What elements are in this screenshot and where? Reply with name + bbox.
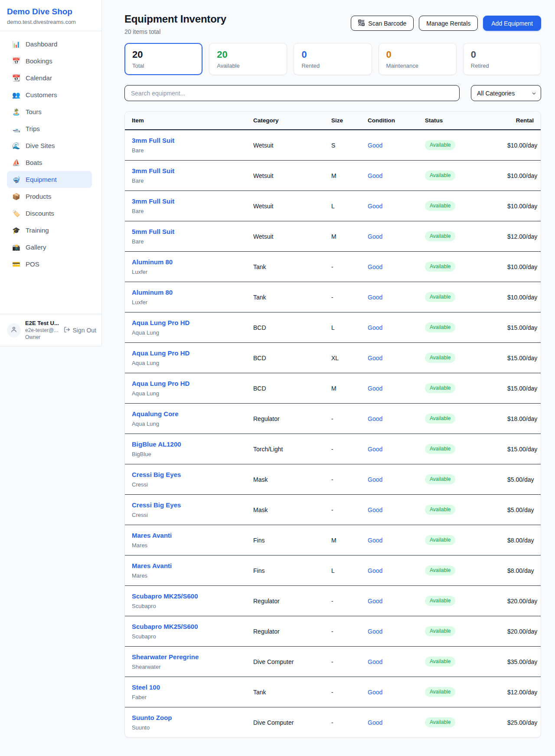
item-category: Regulator [246,586,324,616]
item-name-link[interactable]: Shearwater Peregrine [132,653,199,661]
table-header: Item Category Size Condition Status Rent… [125,112,541,130]
sidebar-item-products[interactable]: 📦 Products [7,188,92,205]
sign-out-icon [64,326,70,334]
add-equipment-button[interactable]: Add Equipment [483,16,541,31]
sidebar-item-gallery[interactable]: 📸 Gallery [7,239,92,256]
sidebar-item-discounts[interactable]: 🏷️ Discounts [7,205,92,222]
item-condition-link[interactable]: Good [368,233,382,240]
status-badge: Available [425,596,455,606]
item-name-link[interactable]: 5mm Full Suit [132,227,174,236]
sidebar-item-pos[interactable]: 💳 POS [7,256,92,273]
item-condition-link[interactable]: Good [368,355,382,362]
sidebar-item-label: Dive Sites [26,141,55,151]
item-condition-link[interactable]: Good [368,446,382,453]
item-name-link[interactable]: Cressi Big Eyes [132,501,181,509]
stats-row: 20 Total 20 Available 0 Rented 0 Mainten… [124,43,541,75]
item-name-link[interactable]: BigBlue AL1200 [132,440,181,449]
item-name-link[interactable]: Aluminum 80 [132,258,173,266]
item-category: Mask [246,495,324,525]
sidebar-item-dive-sites[interactable]: 🌊 Dive Sites [7,137,92,154]
category-select[interactable]: All Categories [471,85,541,101]
item-name-link[interactable]: 3mm Full Suit [132,167,174,175]
brand: Demo Dive Shop demo.test.divestreams.com [0,0,101,31]
search-input[interactable] [124,85,460,101]
item-name-link[interactable]: Aqua Lung Pro HD [132,379,189,388]
item-brand: Faber [132,694,239,701]
item-category: Dive Computer [246,647,324,677]
sidebar-item-bookings[interactable]: 📅 Bookings [7,53,92,69]
item-rental: $8.00/day [500,525,541,555]
item-category: Tank [246,252,324,282]
stat-card-available[interactable]: 20 Available [209,43,287,75]
item-name-link[interactable]: Scubapro MK25/S600 [132,622,198,631]
item-condition-link[interactable]: Good [368,719,382,726]
item-condition-link[interactable]: Good [368,658,382,665]
status-badge: Available [425,171,455,181]
bookings-icon: 📅 [12,56,20,66]
item-size: - [324,282,361,312]
item-condition-link[interactable]: Good [368,689,382,696]
item-name-link[interactable]: 3mm Full Suit [132,197,174,206]
item-condition-link[interactable]: Good [368,324,382,331]
sign-out-button[interactable]: Sign Out [64,326,96,334]
item-name-link[interactable]: Steel 100 [132,683,160,692]
item-condition-link[interactable]: Good [368,385,382,392]
sidebar-item-label: Tours [26,107,42,117]
table-row: Cressi Big Eyes Cressi Mask - Good Avail… [125,495,541,525]
item-name-link[interactable]: Mares Avanti [132,562,172,570]
stat-value: 20 [132,49,195,60]
item-name-link[interactable]: Aqua Lung Pro HD [132,319,189,327]
stat-label: Available [217,62,279,69]
item-condition-link[interactable]: Good [368,476,382,483]
item-condition-link[interactable]: Good [368,203,382,210]
sidebar-item-boats[interactable]: ⛵ Boats [7,154,92,171]
item-condition-link[interactable]: Good [368,506,382,513]
item-name-link[interactable]: Aqualung Core [132,410,179,418]
item-name-link[interactable]: Aqua Lung Pro HD [132,349,189,358]
item-condition-link[interactable]: Good [368,172,382,179]
main-content: Equipment Inventory 20 items total [102,0,555,749]
item-name-link[interactable]: 3mm Full Suit [132,136,174,145]
stat-card-retired[interactable]: 0 Retired [463,43,541,75]
item-name-link[interactable]: Cressi Big Eyes [132,470,181,479]
item-condition-link[interactable]: Good [368,142,382,149]
item-condition-link[interactable]: Good [368,415,382,422]
brand-name[interactable]: Demo Dive Shop [7,7,95,16]
sidebar-item-training[interactable]: 🎓 Training [7,222,92,239]
stat-card-total[interactable]: 20 Total [124,43,202,75]
item-name-link[interactable]: Mares Avanti [132,531,172,540]
item-category: Fins [246,525,324,555]
sidebar-item-tours[interactable]: 🏝️ Tours [7,103,92,120]
add-equipment-label: Add Equipment [491,20,533,27]
scan-barcode-button[interactable]: Scan Barcode [351,16,414,31]
equipment-table: Item Category Size Condition Status Rent… [125,112,541,737]
item-rental: $15.00/day [500,343,541,373]
item-size: S [324,130,361,161]
item-condition-link[interactable]: Good [368,537,382,544]
stat-card-rented[interactable]: 0 Rented [294,43,372,75]
manage-rentals-button[interactable]: Manage Rentals [419,16,478,31]
sidebar-item-trips[interactable]: 🛥️ Trips [7,120,92,137]
item-condition-link[interactable]: Good [368,294,382,301]
sidebar-item-customers[interactable]: 👥 Customers [7,86,92,103]
item-name-link[interactable]: Aluminum 80 [132,288,173,297]
item-condition-link[interactable]: Good [368,628,382,635]
table-row: Aqualung Core Aqua Lung Regulator - Good… [125,404,541,434]
stat-value: 20 [217,49,279,60]
item-category: Wetsuit [246,221,324,252]
brand-domain: demo.test.divestreams.com [7,19,95,25]
item-condition-link[interactable]: Good [368,598,382,605]
item-name-link[interactable]: Scubapro MK25/S600 [132,592,198,601]
item-rental: $10.00/day [500,282,541,312]
sidebar-item-calendar[interactable]: 📆 Calendar [7,69,92,86]
sidebar-item-equipment[interactable]: 🤿 Equipment [7,171,92,188]
filter-row: All Categories [124,85,541,101]
category-select-wrap: All Categories [471,85,541,101]
item-brand: Aqua Lung [132,359,239,367]
item-condition-link[interactable]: Good [368,567,382,574]
sidebar-item-label: Discounts [26,208,54,218]
stat-card-maintenance[interactable]: 0 Maintenance [379,43,457,75]
sidebar-item-dashboard[interactable]: 📊 Dashboard [7,36,92,53]
item-name-link[interactable]: Suunto Zoop [132,713,172,722]
item-condition-link[interactable]: Good [368,263,382,270]
